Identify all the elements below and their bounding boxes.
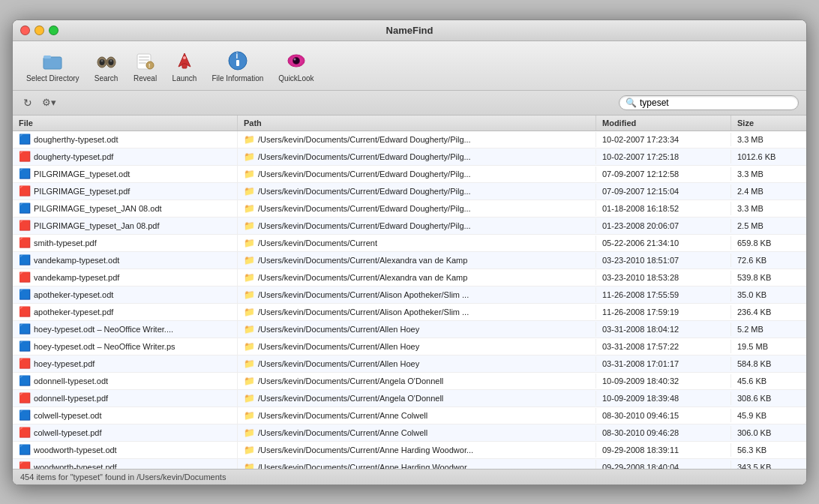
path-text: /Users/kevin/Documents/Current/Allen Hoe… [258,359,419,368]
table-row[interactable]: 🟦 hoey-typeset.odt – NeoOffice Writer...… [13,321,806,338]
table-header: File Path Modified Size [13,116,806,131]
folder-icon: 📁 [244,462,255,469]
cell-modified: 01-18-2008 16:18:52 [596,202,731,215]
odt-file-icon: 🟦 [19,375,31,387]
cell-file-name: 🟦 PILGRIMAGE_typeset.odt [13,166,238,182]
path-text: /Users/kevin/Documents/Current/Edward Do… [258,170,471,178]
gear-button[interactable]: ⚙▾ [41,95,56,110]
close-button[interactable] [20,26,30,35]
search-input[interactable] [640,98,792,108]
table-row[interactable]: 🟦 odonnell-typeset.odt 📁 /Users/kevin/Do… [13,373,806,390]
cell-file-name: 🟥 woodworth-typeset.pdf [13,459,238,469]
reveal-icon: ! [134,49,158,73]
cell-modified: 01-23-2008 20:06:07 [596,219,731,232]
pdf-file-icon: 🟥 [19,185,31,197]
cell-size: 5.2 MB [731,322,806,336]
cell-modified: 03-23-2010 18:51:07 [596,254,731,267]
folder-icon: 📁 [244,307,255,317]
quicklook-label: QuickLook [278,74,314,82]
svg-rect-0 [44,57,62,69]
file-name-text: dougherty-typeset.pdf [34,152,113,161]
file-name-text: hoey-typeset.pdf [34,359,94,368]
cell-file-name: 🟦 hoey-typeset.odt – NeoOffice Writer.ps [13,338,238,355]
pdf-file-icon: 🟥 [19,306,31,318]
binoculars-icon [94,49,118,73]
table-row[interactable]: 🟥 colwell-typeset.pdf 📁 /Users/kevin/Doc… [13,424,806,442]
file-name-text: PILGRIMAGE_typeset_Jan 08.pdf [34,221,160,230]
cell-size: 35.0 KB [731,288,806,302]
table-row[interactable]: 🟦 PILGRIMAGE_typeset_JAN 08.odt 📁 /Users… [13,200,806,218]
minimize-button[interactable] [34,26,44,35]
quicklook-button[interactable]: QuickLook [272,46,320,86]
column-header-modified[interactable]: Modified [596,116,731,130]
cell-modified: 03-31-2008 17:01:17 [596,357,731,370]
table-row[interactable]: 🟦 colwell-typeset.odt 📁 /Users/kevin/Doc… [13,407,806,424]
launch-button[interactable]: Launch [166,46,203,86]
file-name-text: odonnell-typeset.odt [34,376,108,386]
cell-path: 📁 /Users/kevin/Documents/Current/Alexand… [238,253,596,268]
maximize-button[interactable] [49,26,58,35]
cell-modified: 09-29-2008 18:40:04 [596,460,731,469]
table-row[interactable]: 🟦 vandekamp-typeset.odt 📁 /Users/kevin/D… [13,252,806,269]
column-header-path[interactable]: Path [238,116,596,130]
svg-text:!: ! [148,63,150,68]
cell-file-name: 🟥 apotheker-typeset.pdf [13,304,238,320]
cell-size: 72.6 KB [731,254,806,267]
table-row[interactable]: 🟥 dougherty-typeset.pdf 📁 /Users/kevin/D… [13,148,806,166]
file-name-text: PILGRIMAGE_typeset.pdf [34,187,130,196]
svg-point-25 [293,58,296,60]
cell-path: 📁 /Users/kevin/Documents/Current/Edward … [238,132,596,147]
svg-rect-5 [104,60,109,63]
file-name-text: PILGRIMAGE_typeset_JAN 08.odt [34,204,162,213]
file-name-text: apotheker-typeset.odt [34,290,113,299]
svg-text:i: i [236,52,238,60]
reveal-button[interactable]: ! Reveal [128,46,164,86]
search-button[interactable]: Search [88,46,124,86]
table-row[interactable]: 🟥 apotheker-typeset.pdf 📁 /Users/kevin/D… [13,304,806,321]
table-row[interactable]: 🟥 odonnell-typeset.pdf 📁 /Users/kevin/Do… [13,390,806,407]
cell-path: 📁 /Users/kevin/Documents/Current/Edward … [238,201,596,216]
table-row[interactable]: 🟥 PILGRIMAGE_typeset_Jan 08.pdf 📁 /Users… [13,218,806,235]
status-bar: 454 items for "typeset" found in /Users/… [13,469,806,484]
cell-path: 📁 /Users/kevin/Documents/Current/Alison … [238,304,596,320]
table-row[interactable]: 🟥 smith-typeset.pdf 📁 /Users/kevin/Docum… [13,235,806,252]
cell-modified: 10-09-2009 18:40:32 [596,374,731,388]
table-row[interactable]: 🟦 apotheker-typeset.odt 📁 /Users/kevin/D… [13,286,806,304]
path-text: /Users/kevin/Documents/Current [258,238,377,248]
file-name-text: smith-typeset.pdf [34,238,97,248]
cell-path: 📁 /Users/kevin/Documents/Current/Edward … [238,184,596,199]
cell-path: 📁 /Users/kevin/Documents/Current/Anne Co… [238,408,596,423]
table-row[interactable]: 🟦 woodworth-typeset.odt 📁 /Users/kevin/D… [13,442,806,459]
file-information-button[interactable]: i File Information [206,46,269,86]
table-row[interactable]: 🟦 dougherthy-typeset.odt 📁 /Users/kevin/… [13,131,806,148]
cell-file-name: 🟦 colwell-typeset.odt [13,407,238,424]
table-body[interactable]: 🟦 dougherthy-typeset.odt 📁 /Users/kevin/… [13,131,806,469]
table-row[interactable]: 🟥 hoey-typeset.pdf 📁 /Users/kevin/Docume… [13,356,806,373]
cell-modified: 09-29-2008 18:39:11 [596,443,731,457]
refresh-button[interactable]: ↻ [20,95,35,110]
cell-size: 659.8 KB [731,236,806,250]
cell-modified: 08-30-2010 09:46:15 [596,409,731,422]
title-bar: NameFind [13,20,806,41]
pdf-file-icon: 🟥 [19,151,31,163]
table-row[interactable]: 🟦 PILGRIMAGE_typeset.odt 📁 /Users/kevin/… [13,166,806,183]
toolbar: Select Directory Search [13,41,806,91]
table-row[interactable]: 🟥 PILGRIMAGE_typeset.pdf 📁 /Users/kevin/… [13,183,806,200]
odt-file-icon: 🟦 [19,134,31,146]
folder-icon: 📁 [244,220,255,231]
column-header-file[interactable]: File [13,116,238,130]
status-text: 454 items for "typeset" found in /Users/… [20,472,226,482]
cell-size: 45.9 KB [731,409,806,422]
table-row[interactable]: 🟥 vandekamp-typeset.pdf 📁 /Users/kevin/D… [13,269,806,286]
launch-icon [172,49,196,73]
pdf-file-icon: 🟥 [19,461,31,469]
table-row[interactable]: 🟥 woodworth-typeset.pdf 📁 /Users/kevin/D… [13,459,806,469]
cell-modified: 03-31-2008 18:04:12 [596,322,731,336]
cell-size: 1012.6 KB [731,150,806,164]
table-row[interactable]: 🟦 hoey-typeset.odt – NeoOffice Writer.ps… [13,338,806,356]
folder-icon: 📁 [244,428,255,438]
folder-icon: 📁 [244,393,255,404]
column-header-size[interactable]: Size [731,116,806,130]
select-directory-button[interactable]: Select Directory [20,46,86,86]
cell-path: 📁 /Users/kevin/Documents/Current/Edward … [238,149,596,164]
